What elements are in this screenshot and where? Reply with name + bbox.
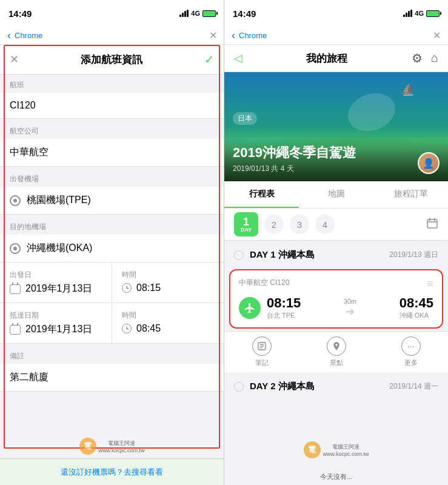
flight-times: 08:15 台北 TPE 30m ➔ 08:45 沖繩 OKA [267,295,433,320]
calendar-button[interactable] [426,217,438,232]
page-title: 我的旅程 [306,52,347,65]
arrival-airport-field[interactable]: 沖繩機場(OKA) [0,235,224,263]
arrival-date-label: 抵達日期 [10,310,102,321]
tab-orders[interactable]: 旅程訂單 [373,181,448,208]
flight-menu-icon[interactable]: ≡ [427,278,433,290]
attraction-icon [327,336,346,356]
form-confirm-button[interactable]: ✓ [204,52,215,67]
day-4-btn[interactable]: 4 [315,215,335,234]
day2-radio[interactable] [234,382,244,392]
day1-date: 2019/1/13 週日 [389,250,438,260]
location-icon-2 [10,243,21,254]
departure-date-value: 2019年1月13日 [10,283,102,295]
departure-block: 08:15 台北 TPE [267,295,301,320]
departure-date-col[interactable]: 出發日 2019年1月13日 [0,263,112,303]
flight-airline-name: 中華航空 CI120 [239,278,289,290]
chrome-close-icon[interactable]: ✕ [209,30,217,41]
right-network-type-icon: 4G [415,10,424,17]
more-button[interactable]: ··· 更多 [373,336,448,367]
day-3-btn[interactable]: 3 [290,215,309,234]
flight-arrow-icon: ➔ [346,305,355,318]
chrome-back-icon[interactable]: ‹ [7,29,11,42]
day1-info: DAY 1 沖繩本島 [250,249,389,261]
watermark-avatar-left: 電 [79,438,96,455]
arrival-city: 沖繩 OKA [400,311,433,320]
more-label: 更多 [404,358,418,367]
arrival-time-value: 08:45 [122,323,214,334]
right-chrome-bar: ‹ Chrome ✕ [224,27,448,45]
clock-icon [122,283,132,293]
right-chrome-back-icon[interactable]: ‹ [232,29,235,42]
form-close-button[interactable]: ✕ [10,53,19,66]
calendar-icon [10,284,21,294]
arrival-datetime-row: 抵達日期 2019年1月13日 時間 08:45 [0,303,224,344]
form-title: 添加航班資訊 [81,53,142,67]
flight-card-body: 08:15 台北 TPE 30m ➔ 08:45 沖繩 OKA [239,295,433,320]
notes-button[interactable]: 筆記 [224,336,299,367]
left-screen: 14:49 4G ‹ Chrome ✕ ✕ 添加航班資訊 ✓ 航班 CI120 … [0,0,224,485]
watermark-avatar-right: 電 [303,441,320,458]
flight-card[interactable]: 中華航空 CI120 ≡ 08:15 台北 TPE [230,270,442,327]
departure-airport-field[interactable]: 桃園機場(TPE) [0,187,224,215]
day1-section: DAY 1 沖繩本島 2019/1/13 週日 [224,243,448,267]
arrival-block: 08:45 沖繩 OKA [400,295,433,320]
flight-number-field[interactable]: CI120 [0,93,224,119]
notes-field[interactable]: 第二航廈 [0,364,224,392]
ad-text: 還沒訂好機票嗎？去搜尋看看 [61,467,163,478]
watermark-right: 電 電腦王阿達www.kocpc.com.tw [303,441,369,458]
departure-time-col[interactable]: 時間 08:15 [112,263,224,303]
flight-duration-block: 30m ➔ [306,298,394,318]
location-icon [10,195,21,206]
departure-city: 台北 TPE [267,311,301,320]
notes-icon [252,336,272,356]
settings-icon[interactable]: ⚙ [412,51,423,65]
departure-time-label: 時間 [122,270,214,280]
hero-title: 2019沖繩冬季自駕遊 [233,144,440,162]
header-back-icon[interactable]: ◁ [234,52,242,65]
day2-date: 2019/1/14 週一 [389,381,438,392]
day1-title: DAY 1 沖繩本島 [250,249,315,259]
day2-section: DAY 2 沖繩本島 2019/1/14 週一 [224,375,448,398]
scroll-spacer [224,398,448,423]
calendar-icon-2 [10,325,21,335]
clock-icon-2 [122,324,132,333]
attractions-button[interactable]: 景點 [299,336,373,367]
airline-field[interactable]: 中華航空 [0,139,224,167]
header-action-icons: ⚙ ⌂ [412,51,438,65]
day2-info: DAY 2 沖繩本島 [250,381,315,392]
form-body: 航班 CI120 航空公司 中華航空 出發機場 桃園機場(TPE) 目的地機場 … [0,73,224,485]
hero-banner: ⛵ 日本 2019沖繩冬季自駕遊 2019/01/13 共 4 天 👤 [224,72,448,181]
departure-airport-value: 桃園機場(TPE) [27,194,91,207]
action-icons-row: 筆記 景點 ··· 更多 [224,331,448,372]
right-battery-icon [426,10,440,17]
watermark-left: 電 電腦王阿達www.kocpc.com.tw [79,438,144,455]
flight-card-header: 中華航空 CI120 ≡ [239,278,433,290]
right-screen: 14:49 4G ‹ Chrome ✕ ◁ 我的旅程 ⚙ ⌂ [224,0,448,485]
flight-duration: 30m [344,298,356,305]
hero-overlay: 日本 2019沖繩冬季自駕遊 2019/01/13 共 4 天 [224,136,448,181]
right-status-bar: 14:49 4G [224,0,448,27]
day-2-btn[interactable]: 2 [264,215,284,234]
arrival-date-value: 2019年1月13日 [10,323,102,336]
arrival-time-col[interactable]: 時間 08:45 [112,303,224,344]
departure-time-display: 08:15 [267,295,301,311]
flight-number-label: 航班 [0,73,224,93]
day-selector: 1 DAY 2 3 4 [224,209,448,241]
day-1-label: DAY [241,227,252,233]
home-icon[interactable]: ⌂ [431,51,438,65]
tab-itinerary[interactable]: 行程表 [224,181,299,208]
flight-card-wrapper: 中華航空 CI120 ≡ 08:15 台北 TPE [230,270,442,327]
left-status-time: 14:49 [8,8,32,19]
right-content-area: ◁ 我的旅程 ⚙ ⌂ ⛵ 日本 2019沖繩冬季自駕遊 2019/01/13 共… [224,45,448,485]
svg-rect-4 [427,219,437,228]
right-chrome-close-icon[interactable]: ✕ [433,30,441,41]
day1-radio[interactable] [234,250,244,260]
tab-map[interactable]: 地圖 [299,181,373,208]
departure-time-value: 08:15 [122,283,214,293]
day-1-badge[interactable]: 1 DAY [234,212,258,236]
hero-avatar: 👤 [418,152,440,174]
ad-banner[interactable]: 還沒訂好機票嗎？去搜尋看看 [0,458,224,485]
arrival-date-col[interactable]: 抵達日期 2019年1月13日 [0,303,112,344]
svg-line-1 [127,288,129,289]
departure-date-label: 出發日 [10,270,102,280]
